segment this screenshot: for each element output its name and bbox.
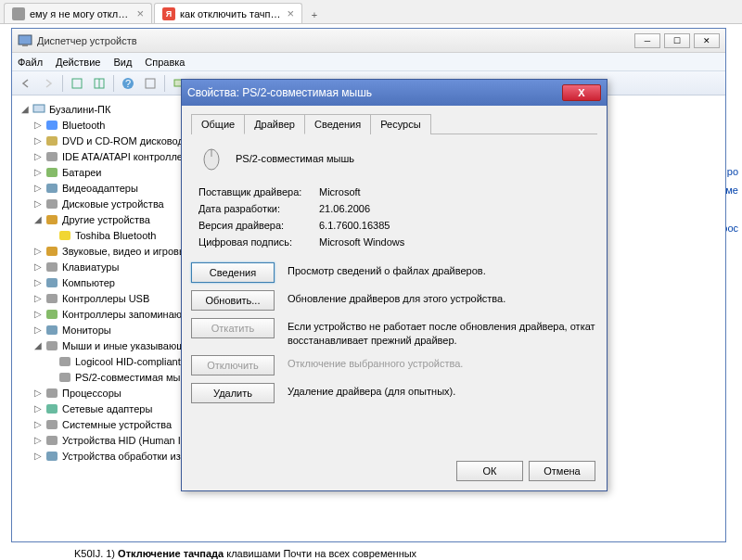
version-value: 6.1.7600.16385 [319,220,390,231]
menu-view[interactable]: Вид [113,57,132,68]
device-icon [45,434,59,447]
menu-help[interactable]: Справка [145,57,185,68]
properties-dialog: Свойства: PS/2-совместимая мышь X Общие … [181,79,608,491]
window-title: Диспетчер устройств [37,35,634,46]
svg-rect-2 [72,79,82,88]
device-icon [58,355,72,368]
rollback-driver-button: Откатить [191,318,275,338]
device-icon [45,292,59,305]
device-icon [45,339,59,352]
mouse-icon [197,144,226,173]
tab-resources[interactable]: Ресурсы [370,114,430,134]
maximize-button[interactable]: ☐ [664,33,690,48]
version-label: Версия драйвера: [198,220,319,231]
driver-details-button[interactable]: Сведения [191,262,275,283]
dialog-title: Свойства: PS/2-совместимая мышь [187,86,562,99]
svg-text:?: ? [125,78,131,89]
toolbar-button[interactable] [89,74,109,93]
action-desc: Просмотр сведений о файлах драйверов. [288,262,597,278]
uninstall-driver-button[interactable]: Удалить [191,383,275,403]
svg-rect-19 [46,247,58,256]
svg-rect-29 [46,404,58,414]
svg-rect-32 [46,452,58,461]
svg-rect-21 [46,278,58,287]
device-icon [45,150,59,163]
browser-tab[interactable]: ему я не могу отключит... × [4,3,152,23]
svg-rect-11 [46,121,58,130]
tab-driver[interactable]: Драйвер [244,114,305,134]
device-icon [45,261,59,274]
close-button[interactable]: ✕ [694,33,720,48]
tab-title: ему я не могу отключит... [30,8,131,19]
device-icon [45,197,59,210]
device-icon [45,308,59,321]
provider-label: Поставщик драйвера: [198,186,319,197]
tab-title: как отключить тачпад на н... [180,8,281,19]
svg-rect-0 [19,35,32,45]
cancel-button[interactable]: Отмена [529,461,595,481]
new-tab-button[interactable]: + [304,6,325,23]
svg-rect-7 [146,79,155,88]
titlebar[interactable]: Диспетчер устройств ─ ☐ ✕ [12,29,725,53]
svg-rect-28 [46,388,58,398]
tab-details[interactable]: Сведения [304,114,371,134]
svg-rect-30 [46,420,58,429]
svg-rect-23 [46,310,58,319]
svg-rect-13 [46,152,58,161]
help-button[interactable]: ? [118,74,138,93]
svg-rect-16 [46,199,58,209]
toolbar-button[interactable] [67,74,87,93]
device-icon [45,450,59,463]
action-desc: Удаление драйвера (для опытных). [288,383,597,399]
app-icon [18,33,32,48]
browser-tab[interactable]: Я как отключить тачпад на н... × [154,3,302,23]
svg-rect-12 [46,136,58,146]
device-icon [58,371,72,384]
tab-favicon-icon [12,7,25,20]
svg-rect-17 [46,215,58,224]
dialog-titlebar[interactable]: Свойства: PS/2-совместимая мышь X [182,80,607,106]
close-icon[interactable]: × [287,6,294,20]
page-body-text: K50IJ. 1) Отключение тачпада клавишами П… [74,546,733,560]
svg-rect-25 [46,341,58,350]
signer-value: Microsoft Windows [319,236,404,248]
disable-device-button: Отключить [191,355,275,375]
close-icon[interactable]: × [136,6,144,20]
svg-rect-27 [59,373,70,382]
menu-file[interactable]: Файл [18,57,43,68]
back-button[interactable] [16,74,36,93]
close-button[interactable]: X [562,84,601,101]
menu-action[interactable]: Действие [56,57,100,68]
svg-rect-14 [46,168,58,177]
svg-rect-24 [46,325,58,335]
update-driver-button[interactable]: Обновить... [191,290,275,311]
svg-rect-1 [22,45,28,46]
menubar: Файл Действие Вид Справка [12,53,725,71]
minimize-button[interactable]: ─ [634,33,660,48]
device-icon [45,324,59,337]
signer-label: Цифровая подпись: [198,236,319,248]
device-icon [45,402,59,415]
date-label: Дата разработки: [198,203,319,214]
toolbar-button[interactable] [140,74,160,93]
action-desc: Если устройство не работает после обновл… [288,318,597,348]
device-icon [45,245,59,258]
forward-button[interactable] [38,74,58,93]
device-icon [58,229,72,242]
device-icon [45,119,59,132]
svg-rect-22 [46,294,58,303]
tab-favicon-icon: Я [162,7,175,20]
provider-value: Microsoft [319,186,361,197]
device-icon [45,213,59,226]
date-value: 21.06.2006 [319,203,370,214]
tab-general[interactable]: Общие [191,114,245,134]
device-icon [45,134,59,147]
action-desc: Обновление драйверов для этого устройств… [288,290,597,306]
computer-icon [32,103,46,116]
tab-strip: Общие Драйвер Сведения Ресурсы [191,113,597,134]
device-name: PS/2-совместимая мышь [236,153,354,164]
svg-rect-15 [46,184,58,193]
svg-rect-20 [46,262,58,272]
ok-button[interactable]: ОК [456,461,523,481]
svg-rect-18 [59,231,70,240]
